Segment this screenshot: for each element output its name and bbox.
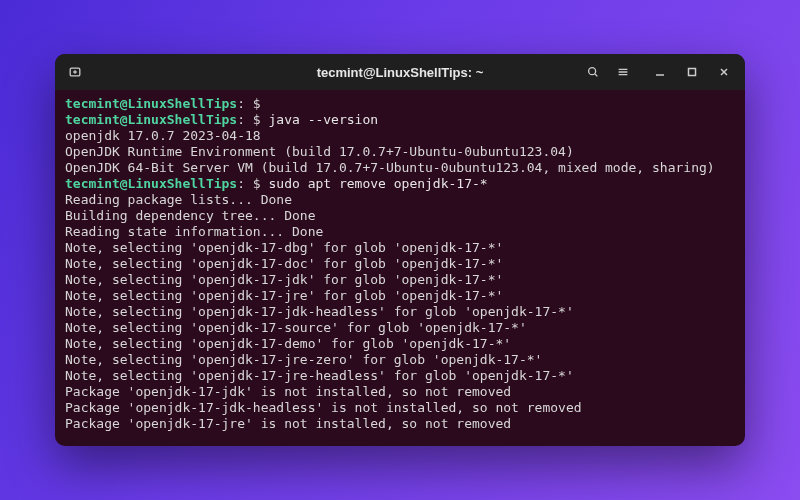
close-button[interactable] — [711, 59, 737, 85]
window-controls — [647, 59, 737, 85]
hamburger-icon — [616, 65, 630, 79]
terminal-output-line: Note, selecting 'openjdk-17-dbg' for glo… — [65, 240, 735, 256]
terminal-output-line: Note, selecting 'openjdk-17-jdk' for glo… — [65, 272, 735, 288]
search-button[interactable] — [581, 60, 605, 84]
prompt-separator: : — [237, 112, 245, 127]
window-title: tecmint@LinuxShellTips: ~ — [55, 65, 745, 80]
titlebar[interactable]: tecmint@LinuxShellTips: ~ — [55, 54, 745, 90]
search-icon — [586, 65, 600, 79]
minimize-icon — [654, 66, 666, 78]
terminal-output-line: Note, selecting 'openjdk-17-jre-zero' fo… — [65, 352, 735, 368]
terminal-output-line: Note, selecting 'openjdk-17-demo' for gl… — [65, 336, 735, 352]
terminal-output-line: Package 'openjdk-17-jdk-headless' is not… — [65, 400, 735, 416]
terminal-output-line: Building dependency tree... Done — [65, 208, 735, 224]
terminal-line: tecmint@LinuxShellTips: $ java --version — [65, 112, 735, 128]
new-tab-button[interactable] — [63, 60, 87, 84]
terminal-body[interactable]: tecmint@LinuxShellTips: $ tecmint@LinuxS… — [55, 90, 745, 446]
terminal-output-line: OpenJDK Runtime Environment (build 17.0.… — [65, 144, 735, 160]
prompt-separator: : — [237, 176, 245, 191]
terminal-output-line: Note, selecting 'openjdk-17-jre' for glo… — [65, 288, 735, 304]
prompt-symbol: $ — [245, 176, 268, 191]
prompt-separator: : — [237, 96, 245, 111]
prompt-command: sudo apt remove openjdk-17-* — [269, 176, 488, 191]
terminal-output-line: Note, selecting 'openjdk-17-jre-headless… — [65, 368, 735, 384]
prompt-user-host: tecmint@LinuxShellTips — [65, 112, 237, 127]
terminal-output-line: Note, selecting 'openjdk-17-source' for … — [65, 320, 735, 336]
terminal-output-line: openjdk 17.0.7 2023-04-18 — [65, 128, 735, 144]
prompt-symbol: $ — [245, 96, 268, 111]
terminal-output-line: Reading state information... Done — [65, 224, 735, 240]
svg-line-4 — [595, 74, 598, 77]
terminal-output-line: Reading package lists... Done — [65, 192, 735, 208]
terminal-output-line: OpenJDK 64-Bit Server VM (build 17.0.7+7… — [65, 160, 735, 176]
close-icon — [718, 66, 730, 78]
terminal-line: tecmint@LinuxShellTips: $ sudo apt remov… — [65, 176, 735, 192]
terminal-output-line: Package 'openjdk-17-jre' is not installe… — [65, 416, 735, 432]
menu-button[interactable] — [611, 60, 635, 84]
svg-rect-9 — [689, 69, 696, 76]
terminal-output-line: Package 'openjdk-17-jdk' is not installe… — [65, 384, 735, 400]
terminal-output-line: Note, selecting 'openjdk-17-doc' for glo… — [65, 256, 735, 272]
prompt-command: java --version — [269, 112, 379, 127]
svg-point-3 — [589, 68, 596, 75]
prompt-symbol: $ — [245, 112, 268, 127]
terminal-window: tecmint@LinuxShellTips: ~ tecmint@LinuxS… — [55, 54, 745, 446]
prompt-user-host: tecmint@LinuxShellTips — [65, 176, 237, 191]
terminal-output-line: Note, selecting 'openjdk-17-jdk-headless… — [65, 304, 735, 320]
new-tab-icon — [68, 65, 82, 79]
maximize-icon — [686, 66, 698, 78]
minimize-button[interactable] — [647, 59, 673, 85]
maximize-button[interactable] — [679, 59, 705, 85]
terminal-line: tecmint@LinuxShellTips: $ — [65, 96, 735, 112]
prompt-user-host: tecmint@LinuxShellTips — [65, 96, 237, 111]
